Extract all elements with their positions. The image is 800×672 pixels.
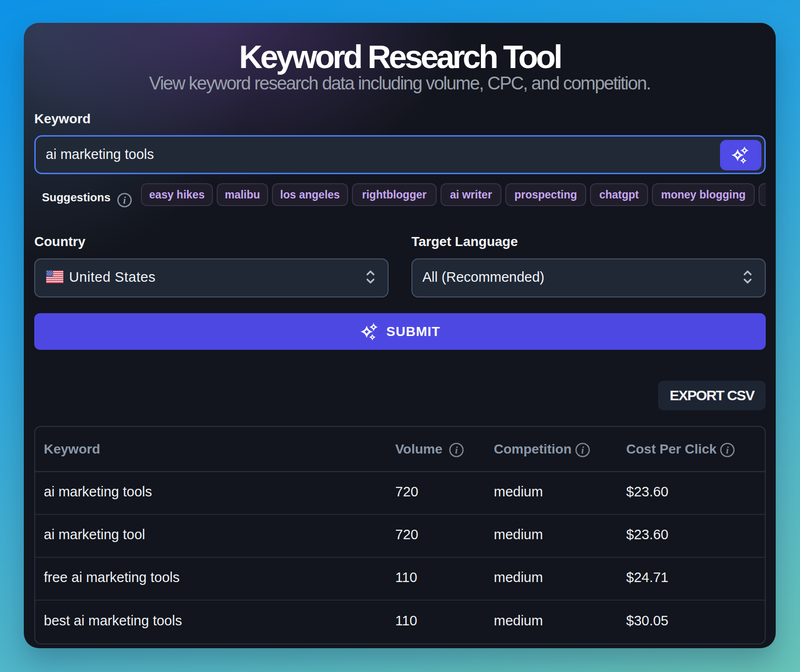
svg-text:i: i	[455, 445, 458, 456]
svg-text:i: i	[726, 445, 729, 456]
svg-text:i: i	[123, 195, 126, 206]
svg-text:i: i	[581, 445, 584, 456]
